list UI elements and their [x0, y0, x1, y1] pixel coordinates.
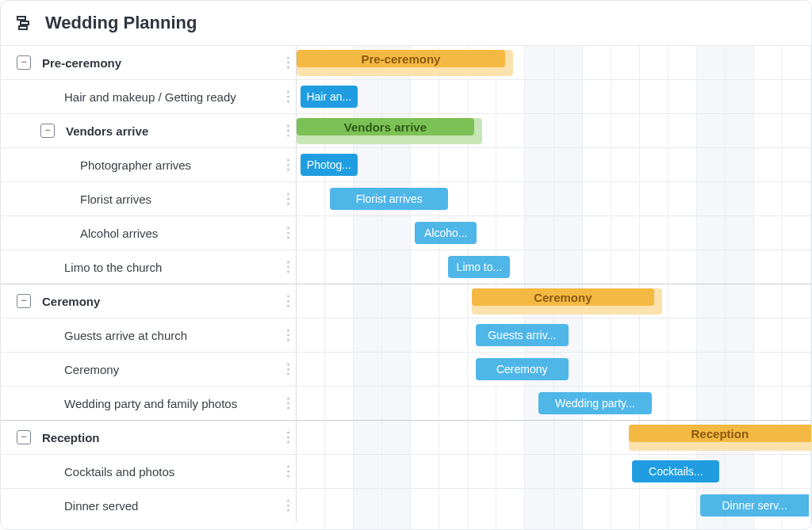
- timeline-cell: Wedding party...: [297, 387, 811, 420]
- collapse-button[interactable]: −: [17, 430, 31, 444]
- drag-handle-icon[interactable]: [287, 398, 289, 410]
- timeline-cell: Ceremony: [297, 284, 811, 318]
- group-bar-label: Vendors arrive: [297, 118, 474, 135]
- timeline-cell: Florist arrives: [297, 182, 811, 215]
- gantt-icon: [15, 13, 34, 32]
- task-name[interactable]: Cocktails and photos: [64, 465, 174, 479]
- timeline-cell: Photog...: [297, 148, 811, 181]
- collapse-button[interactable]: −: [17, 294, 31, 308]
- task-row: Cocktails and photosCocktails...: [1, 454, 811, 488]
- collapse-button[interactable]: −: [40, 124, 55, 138]
- drag-handle-icon[interactable]: [287, 261, 289, 273]
- task-bar[interactable]: Alcoho...: [415, 222, 477, 244]
- task-bar[interactable]: Florist arrives: [330, 188, 448, 210]
- page-title: Wedding Planning: [45, 13, 197, 33]
- drag-handle-icon[interactable]: [287, 227, 289, 239]
- timeline-cell: Pre-ceremony: [297, 46, 811, 79]
- app-window: Wedding Planning −Pre-ceremonyPre-ceremo…: [0, 0, 812, 530]
- drag-handle-icon[interactable]: [287, 296, 289, 307]
- drag-handle-icon[interactable]: [287, 330, 289, 341]
- drag-handle-icon[interactable]: [287, 57, 289, 69]
- task-bar[interactable]: Hair an...: [301, 86, 357, 108]
- group-bar-label: Ceremony: [472, 288, 654, 306]
- task-row: Dinner servedDinner serv...: [1, 488, 811, 522]
- group-row: −Vendors arriveVendors arrive: [1, 113, 811, 147]
- timeline-cell: Hair an...: [297, 80, 811, 113]
- task-name[interactable]: Photographer arrives: [80, 158, 191, 172]
- task-row: Hair and makeup / Getting readyHair an..…: [1, 79, 811, 113]
- group-bar-label: Pre-ceremony: [297, 50, 505, 67]
- task-bar[interactable]: Wedding party...: [538, 392, 652, 414]
- timeline-cell: Limo to...: [297, 250, 811, 284]
- timeline-cell: Ceremony: [297, 353, 811, 386]
- task-row: Guests arrive at churchGuests arriv...: [1, 318, 811, 352]
- group-name[interactable]: Reception: [42, 431, 100, 444]
- svg-rect-0: [17, 17, 25, 20]
- timeline-cell: Reception: [297, 421, 811, 454]
- task-name[interactable]: Hair and makeup / Getting ready: [64, 90, 236, 104]
- task-bar[interactable]: Photog...: [301, 154, 357, 176]
- drag-handle-icon[interactable]: [287, 500, 289, 512]
- svg-rect-1: [21, 21, 29, 25]
- group-name[interactable]: Vendors arrive: [66, 124, 148, 138]
- task-name[interactable]: Wedding party and family photos: [64, 397, 237, 410]
- header: Wedding Planning: [1, 1, 811, 45]
- task-name[interactable]: Guests arrive at church: [64, 329, 187, 342]
- group-row: −ReceptionReception: [1, 420, 811, 454]
- group-name[interactable]: Ceremony: [42, 295, 100, 308]
- task-row: CeremonyCeremony: [1, 352, 811, 386]
- task-bar[interactable]: Limo to...: [448, 256, 510, 278]
- task-row: Photographer arrivesPhotog...: [1, 147, 811, 181]
- task-bar[interactable]: Dinner serv...: [700, 494, 808, 517]
- timeline-cell: Alcoho...: [297, 216, 811, 250]
- drag-handle-icon[interactable]: [287, 125, 289, 137]
- drag-handle-icon[interactable]: [287, 193, 289, 205]
- task-name[interactable]: Florist arrives: [80, 193, 151, 206]
- task-row: Florist arrivesFlorist arrives: [1, 181, 811, 215]
- timeline-cell: Dinner serv...: [297, 489, 811, 522]
- drag-handle-icon[interactable]: [287, 432, 289, 444]
- task-bar[interactable]: Cocktails...: [632, 460, 719, 482]
- timeline-cell: Cocktails...: [297, 455, 811, 488]
- task-name[interactable]: Dinner served: [64, 499, 138, 513]
- drag-handle-icon[interactable]: [287, 364, 289, 376]
- group-bar-label: Reception: [629, 425, 811, 442]
- group-row: −Pre-ceremonyPre-ceremony: [1, 45, 811, 79]
- timeline-cell: Guests arriv...: [297, 318, 811, 352]
- gantt-content: −Pre-ceremonyPre-ceremonyHair and makeup…: [1, 45, 811, 530]
- task-bar[interactable]: Ceremony: [476, 358, 569, 380]
- collapse-button[interactable]: −: [17, 55, 31, 70]
- task-row: Wedding party and family photosWedding p…: [1, 386, 811, 420]
- drag-handle-icon[interactable]: [287, 91, 289, 103]
- task-row: Alcohol arrivesAlcoho...: [1, 215, 811, 250]
- task-name[interactable]: Limo to the church: [64, 261, 162, 274]
- group-row: −CeremonyCeremony: [1, 284, 811, 318]
- task-bar[interactable]: Guests arriv...: [476, 324, 569, 346]
- drag-handle-icon[interactable]: [287, 159, 289, 171]
- svg-rect-2: [19, 26, 27, 29]
- group-name[interactable]: Pre-ceremony: [42, 56, 121, 70]
- task-name[interactable]: Alcohol arrives: [80, 227, 158, 240]
- task-row: Limo to the churchLimo to...: [1, 250, 811, 284]
- timeline-cell: Vendors arrive: [297, 114, 811, 147]
- task-name[interactable]: Ceremony: [64, 363, 119, 376]
- drag-handle-icon[interactable]: [287, 466, 289, 478]
